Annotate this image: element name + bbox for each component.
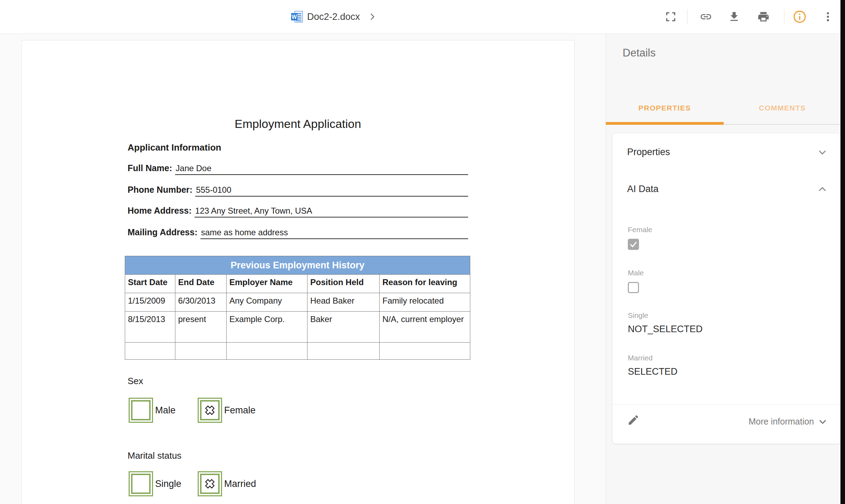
applicant-information-heading: Applicant Information [128, 142, 221, 153]
print-icon[interactable] [757, 10, 770, 23]
option-married: Married [198, 471, 256, 496]
option-single: Single [129, 471, 181, 496]
table-cell: Any Company [227, 293, 307, 312]
more-information-label: More information [748, 417, 814, 427]
home-address-field: Home Address: 123 Any Street, Any Town, … [128, 206, 468, 217]
card-footer-divider [612, 404, 841, 405]
table-row: 8/15/2013 present Example Corp. Baker N/… [125, 312, 470, 343]
ai-field-label-single: Single [628, 311, 648, 320]
field-label: Home Address: [128, 206, 192, 216]
document-title: Employment Application [128, 117, 468, 131]
document-filename: Doc2-2.docx [307, 12, 360, 22]
check-icon [629, 240, 638, 249]
section-ai-data[interactable]: AI Data [627, 184, 827, 194]
chevron-down-icon[interactable] [817, 147, 827, 157]
male-checkbox-unchecked[interactable] [628, 282, 639, 293]
word-file-icon: W [290, 10, 304, 23]
field-value: 555-0100 [195, 185, 468, 197]
tab-properties[interactable]: PROPERTIES [606, 92, 724, 124]
properties-card: Properties AI Data Female Male Single NO… [612, 133, 841, 444]
table-cell [380, 343, 470, 360]
single-checkbox-unchecked [129, 471, 153, 496]
section-title: Properties [627, 147, 670, 158]
field-value: 123 Any Street, Any Town, USA [195, 206, 468, 217]
table-cell: 1/15/2009 [125, 293, 175, 312]
column-header: Start Date [125, 275, 175, 293]
x-mark-icon [204, 404, 216, 416]
toolbar-divider [784, 9, 784, 24]
field-value: Jane Doe [175, 163, 468, 175]
window-edge-strip [840, 0, 845, 504]
document-page: Employment Application Applicant Informa… [22, 40, 574, 504]
ai-field-label-married: Married [628, 354, 653, 362]
field-value: same as home address [200, 228, 469, 239]
table-cell [307, 343, 380, 360]
table-cell [175, 343, 227, 360]
table-cell [125, 343, 175, 360]
more-information-button[interactable]: More information [748, 417, 827, 427]
fullscreen-icon[interactable] [665, 11, 677, 23]
link-icon[interactable] [700, 10, 712, 23]
table-cell [227, 343, 307, 360]
section-title: AI Data [627, 184, 659, 194]
breadcrumb-chevron-icon[interactable] [368, 12, 377, 21]
table-cell: N/A, current employer [380, 312, 470, 343]
file-title-group: W Doc2-2.docx [290, 0, 377, 33]
phone-number-field: Phone Number: 555-0100 [128, 185, 468, 197]
table-cell: present [175, 312, 227, 343]
details-tabs: PROPERTIES COMMENTS [606, 92, 841, 125]
table-cell: Baker [307, 312, 380, 343]
full-name-field: Full Name: Jane Doe [128, 163, 468, 175]
ai-field-label-female: Female [628, 226, 652, 234]
edit-pencil-icon[interactable] [627, 414, 640, 428]
male-checkbox-unchecked [129, 398, 153, 423]
field-label: Mailing Address: [128, 227, 198, 237]
svg-text:W: W [292, 14, 297, 20]
download-icon[interactable] [728, 10, 740, 23]
table-row-empty [125, 343, 470, 360]
preview-toolbar [662, 0, 834, 33]
table-cell: 8/15/2013 [125, 312, 175, 343]
option-label: Single [155, 479, 181, 489]
married-checkbox-checked [198, 471, 222, 496]
tab-comments[interactable]: COMMENTS [724, 92, 842, 124]
info-icon[interactable] [792, 9, 807, 24]
option-female: Female [198, 398, 256, 423]
marital-group-label: Marital status [128, 450, 182, 461]
chevron-down-icon [818, 417, 827, 426]
table-header-row: Start Date End Date Employer Name Positi… [125, 275, 470, 293]
table-cell: 6/30/2013 [175, 293, 227, 312]
table-cell: Family relocated [380, 293, 470, 312]
table-cell: Example Corp. [227, 312, 307, 343]
overflow-menu-icon[interactable] [822, 11, 834, 23]
ai-field-value-single: NOT_SELECTED [628, 324, 703, 335]
details-panel: Details PROPERTIES COMMENTS Properties A… [606, 33, 845, 504]
x-mark-icon [204, 478, 216, 490]
option-label: Male [155, 405, 176, 416]
female-checkbox-checked [198, 398, 222, 423]
table-caption: Previous Employment History [125, 256, 470, 275]
employment-history-table: Previous Employment History Start Date E… [125, 256, 470, 360]
field-label: Phone Number: [128, 185, 192, 195]
column-header: Employer Name [227, 275, 307, 293]
details-panel-title: Details [623, 47, 656, 59]
chevron-up-icon[interactable] [817, 184, 827, 194]
section-properties[interactable]: Properties [627, 147, 827, 158]
top-bar: W Doc2-2.docx [0, 0, 845, 34]
option-label: Married [224, 479, 256, 489]
table-cell: Head Baker [307, 293, 380, 312]
sex-group-label: Sex [128, 376, 143, 387]
ai-field-label-male: Male [628, 269, 644, 277]
column-header: Reason for leaving [380, 275, 470, 293]
table-row: 1/15/2009 6/30/2013 Any Company Head Bak… [125, 293, 470, 312]
toolbar-divider [687, 9, 687, 24]
mailing-address-field: Mailing Address: same as home address [128, 227, 468, 239]
option-male: Male [129, 398, 176, 423]
column-header: End Date [175, 275, 227, 293]
ai-field-value-married: SELECTED [628, 366, 678, 377]
female-checkbox-checked[interactable] [628, 239, 639, 250]
field-label: Full Name: [128, 163, 172, 173]
column-header: Position Held [307, 275, 380, 293]
option-label: Female [224, 405, 256, 416]
